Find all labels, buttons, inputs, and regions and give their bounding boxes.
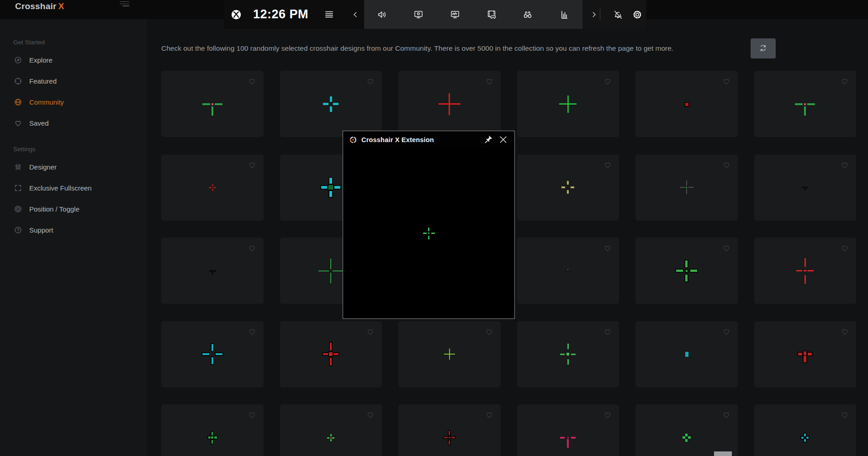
favorite-heart-icon[interactable] (365, 77, 376, 86)
chevron-right-icon[interactable] (590, 11, 598, 19)
crosshair-segment (329, 352, 333, 356)
favorite-heart-icon[interactable] (603, 327, 613, 336)
widget-menu-icon[interactable] (324, 9, 334, 20)
sidebar-item-support[interactable]: Support (0, 219, 145, 240)
favorite-heart-icon[interactable] (247, 160, 257, 170)
crosshair-tile-green-full-cross[interactable] (517, 71, 619, 137)
crosshair-segment (212, 188, 213, 191)
crosshair-tile-khaki-dash-plus[interactable] (517, 154, 619, 221)
crosshair-tile-black-t[interactable] (161, 238, 264, 304)
gallery-icon[interactable] (486, 9, 497, 20)
target-icon (14, 77, 22, 85)
crosshair-tile-green-plus-red-core[interactable] (280, 404, 382, 456)
sidebar-item-saved[interactable]: Saved (0, 112, 145, 133)
sliders-icon (14, 163, 22, 171)
favorite-heart-icon[interactable] (721, 327, 731, 336)
favorite-heart-icon[interactable] (365, 410, 376, 419)
sidebar-item-exclusive-fullscreen[interactable]: Exclusive Fullscreen (0, 177, 145, 198)
favorite-heart-icon[interactable] (603, 410, 613, 419)
crosshair-tile-red-cross-gap-centerdash[interactable] (754, 238, 857, 304)
pin-icon[interactable] (483, 134, 493, 145)
favorite-heart-icon[interactable] (603, 244, 613, 253)
crosshair-tile-red-thick-t-outlined[interactable] (754, 321, 857, 387)
favorite-heart-icon[interactable] (721, 244, 731, 253)
resources-icon[interactable] (559, 9, 570, 20)
favorite-heart-icon[interactable] (247, 410, 257, 419)
crosshair-segment (449, 437, 450, 438)
favorite-heart-icon[interactable] (603, 160, 613, 170)
sidebar-item-community[interactable]: Community (0, 91, 145, 112)
favorite-heart-icon[interactable] (721, 77, 731, 86)
crosshair-tile-green-t-pink-dot[interactable] (161, 71, 264, 137)
chevron-left-icon[interactable] (351, 11, 360, 19)
crosshair-tile-cyan-plus-gap[interactable] (280, 71, 382, 137)
crosshair-segment (334, 186, 340, 189)
crosshair-segment (804, 186, 806, 191)
xbox-icon[interactable] (230, 9, 242, 21)
crosshair-segment (329, 191, 332, 197)
crosshair-tile-green-dash-square-core[interactable] (517, 321, 619, 387)
crosshair-segment (423, 233, 427, 234)
crosshair-tile-green-cross-gap-outlined[interactable] (635, 238, 738, 304)
favorite-heart-icon[interactable] (840, 244, 850, 253)
sidebar-item-position-toggle[interactable]: Position / Toggle (0, 198, 145, 219)
crosshair-tile-teal-square-dot[interactable] (635, 321, 738, 387)
favorite-heart-icon[interactable] (840, 410, 850, 419)
menu-icon[interactable] (120, 1, 130, 8)
favorite-heart-icon[interactable] (484, 327, 494, 336)
crosshair-tile-gray-dash-green-dot[interactable] (635, 154, 738, 221)
crosshair-tile-black-t[interactable] (754, 154, 857, 221)
sidebar-section-label: Settings (0, 144, 145, 156)
favorite-heart-icon[interactable] (603, 77, 613, 86)
close-icon[interactable] (498, 134, 508, 145)
crosshair-segment (804, 351, 806, 356)
favorite-heart-icon[interactable] (840, 160, 850, 170)
crosshair-segment (804, 270, 807, 271)
description-row: Check out the following 100 randomly sel… (161, 38, 863, 58)
crosshair-tile-pink-t-red-dot[interactable] (517, 404, 619, 456)
favorite-heart-icon[interactable] (365, 327, 376, 336)
crosshair-segment (328, 185, 333, 190)
refresh-button[interactable] (751, 38, 776, 58)
extension-window[interactable]: Crosshair X Extension (343, 131, 515, 319)
crosshair-tile-dark-t-red-dot[interactable] (517, 238, 619, 304)
favorite-heart-icon[interactable] (247, 77, 257, 86)
speaker-icon[interactable] (377, 9, 388, 20)
crosshair-tile-teal-four-dots-outlined[interactable] (754, 404, 857, 456)
crosshair-tile-green-dotted-plus-outlined[interactable] (161, 404, 264, 456)
notifications-off-icon[interactable] (613, 9, 624, 20)
favorite-heart-icon[interactable] (484, 77, 494, 86)
crosshair-segment (561, 186, 565, 188)
performance-icon[interactable] (450, 9, 460, 20)
crosshair-tile-green-t-pink-dot[interactable] (754, 71, 857, 137)
binoculars-icon[interactable] (522, 9, 533, 20)
favorite-heart-icon[interactable] (840, 77, 850, 86)
sidebar-item-label: Explore (29, 56, 53, 64)
crosshair-segment (212, 184, 213, 186)
crosshair-segment (439, 103, 460, 105)
crosshair-segment (329, 178, 332, 184)
favorite-heart-icon[interactable] (721, 160, 731, 170)
crosshair-segment (686, 180, 687, 186)
gamebar-left-section: 12:26 PM (224, 0, 364, 29)
favorite-heart-icon[interactable] (247, 327, 257, 336)
favorite-heart-icon[interactable] (484, 410, 494, 419)
crosshair-tile-lime-thin-cross[interactable] (398, 321, 501, 387)
crosshair-tile-red-dot[interactable] (635, 71, 738, 137)
crosshair-tile-red-cross-square-core[interactable] (280, 321, 382, 387)
capture-icon[interactable] (413, 9, 424, 20)
favorite-heart-icon[interactable] (247, 244, 257, 253)
sidebar-item-designer[interactable]: Designer (0, 156, 145, 177)
crosshair-tile-darkred-dash-outlined[interactable] (398, 404, 501, 456)
crosshair-tile-cyan-plus-gap-outlined[interactable] (161, 321, 264, 387)
crosshair-tile-small-dark-red-plus[interactable] (161, 154, 264, 221)
crosshair-tile-red-full-cross[interactable] (398, 71, 501, 137)
crosshair-tile-green-four-dots[interactable] (635, 404, 738, 456)
favorite-heart-icon[interactable] (840, 327, 850, 336)
favorite-heart-icon[interactable] (721, 410, 731, 419)
sidebar-item-explore[interactable]: Explore (0, 49, 145, 70)
sidebar-item-featured[interactable]: Featured (0, 70, 145, 91)
extension-titlebar[interactable]: Crosshair X Extension (343, 131, 514, 148)
sidebar-item-label: Support (29, 226, 53, 234)
gear-icon[interactable] (632, 9, 643, 20)
